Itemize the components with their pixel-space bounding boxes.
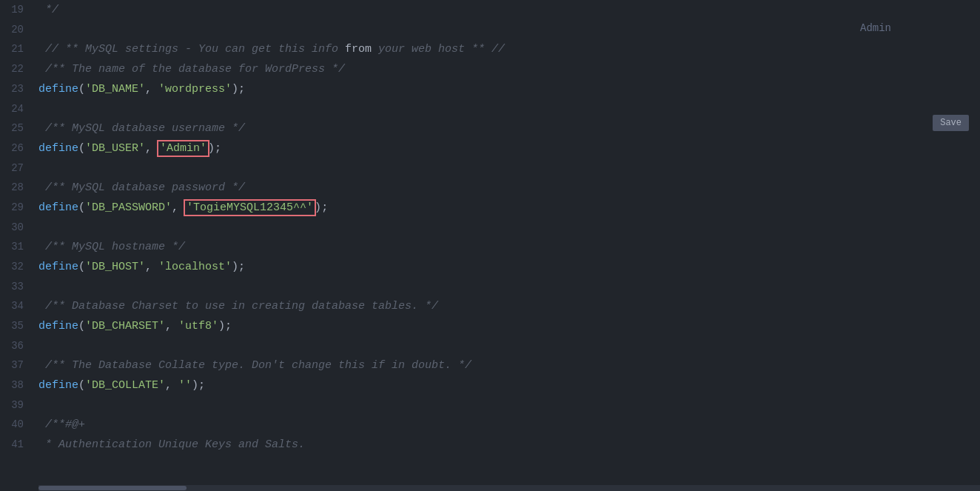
line-content: /** MySQL database password */ [38, 178, 980, 198]
table-row: 34 /** Database Charset to use in creati… [0, 296, 980, 316]
line-content: define('DB_CHARSET', 'utf8'); [38, 317, 980, 336]
line-content: /** MySQL database username */ [38, 119, 980, 138]
table-row: 39 [0, 395, 980, 415]
table-row: 38 define('DB_COLLATE', ''); [0, 375, 980, 395]
line-number: 23 [0, 79, 38, 98]
table-row: 29 define('DB_PASSWORD', 'TogieMYSQL1234… [0, 198, 980, 218]
table-row: 36 [0, 336, 980, 355]
table-row: 26 define('DB_USER', 'Admin'); [0, 138, 980, 158]
table-row: 20 [0, 20, 980, 39]
line-number: 36 [0, 336, 38, 355]
table-row: 31 /** MySQL hostname */ [0, 237, 980, 257]
line-content: /** MySQL hostname */ [38, 238, 980, 257]
table-row: 24 [0, 99, 980, 118]
line-content: /** The Database Collate type. Don't cha… [38, 356, 980, 375]
line-number: 30 [0, 218, 38, 237]
password-highlight: 'TogieMYSQL12345^^' [185, 201, 315, 215]
line-number: 25 [0, 118, 38, 138]
line-number: 26 [0, 138, 38, 158]
horizontal-scrollbar[interactable] [38, 485, 980, 491]
line-content: * Authentication Unique Keys and Salts. [38, 435, 980, 455]
code-area: 19 */ 20 21 // ** MySQL settings - You c… [0, 0, 980, 491]
admin-highlight: 'Admin' [158, 141, 208, 156]
line-number: 20 [0, 20, 38, 39]
table-row: 28 /** MySQL database password */ [0, 178, 980, 198]
table-row: 30 [0, 218, 980, 237]
line-content: // ** MySQL settings - You can get this … [38, 40, 980, 59]
line-number: 24 [0, 99, 38, 118]
line-number: 31 [0, 237, 38, 256]
scrollbar-thumb[interactable] [38, 486, 187, 490]
table-row: 23 define('DB_NAME', 'wordpress'); [0, 79, 980, 99]
table-row: 22 /** The name of the database for Word… [0, 59, 980, 79]
line-number: 21 [0, 39, 38, 59]
line-content: define('DB_NAME', 'wordpress'); [38, 80, 980, 99]
line-number: 35 [0, 316, 38, 335]
table-row: 41 * Authentication Unique Keys and Salt… [0, 435, 980, 455]
table-row: 40 /**#@+ [0, 415, 980, 435]
table-row: 25 /** MySQL database username */ [0, 118, 980, 138]
line-number: 34 [0, 296, 38, 315]
table-row: 27 [0, 158, 980, 178]
line-number: 41 [0, 435, 38, 454]
line-content: define('DB_USER', 'Admin'); [38, 139, 980, 158]
save-button[interactable]: Save [933, 115, 969, 131]
line-content: /** Database Charset to use in creating … [38, 297, 980, 316]
line-number: 29 [0, 198, 38, 217]
line-number: 27 [0, 158, 38, 178]
code-editor: Admin Save 19 */ 20 21 // ** MySQL setti… [0, 0, 980, 491]
table-row: 33 [0, 277, 980, 296]
line-number: 28 [0, 178, 38, 197]
line-number: 19 [0, 0, 38, 19]
line-number: 32 [0, 257, 38, 276]
line-number: 22 [0, 59, 38, 79]
line-number: 40 [0, 415, 38, 434]
line-number: 33 [0, 277, 38, 296]
line-content: */ [38, 1, 980, 20]
line-content: define('DB_COLLATE', ''); [38, 376, 980, 395]
table-row: 37 /** The Database Collate type. Don't … [0, 355, 980, 375]
line-content: /** The name of the database for WordPre… [38, 60, 980, 79]
line-number: 37 [0, 355, 38, 375]
table-row: 21 // ** MySQL settings - You can get th… [0, 39, 980, 59]
line-content: define('DB_HOST', 'localhost'); [38, 258, 980, 277]
line-number: 38 [0, 375, 38, 395]
line-number: 39 [0, 395, 38, 415]
line-content: define('DB_PASSWORD', 'TogieMYSQL12345^^… [38, 198, 980, 218]
table-row: 32 define('DB_HOST', 'localhost'); [0, 257, 980, 277]
line-content: /**#@+ [38, 415, 980, 435]
table-row: 35 define('DB_CHARSET', 'utf8'); [0, 316, 980, 336]
table-row: 19 */ [0, 0, 980, 20]
